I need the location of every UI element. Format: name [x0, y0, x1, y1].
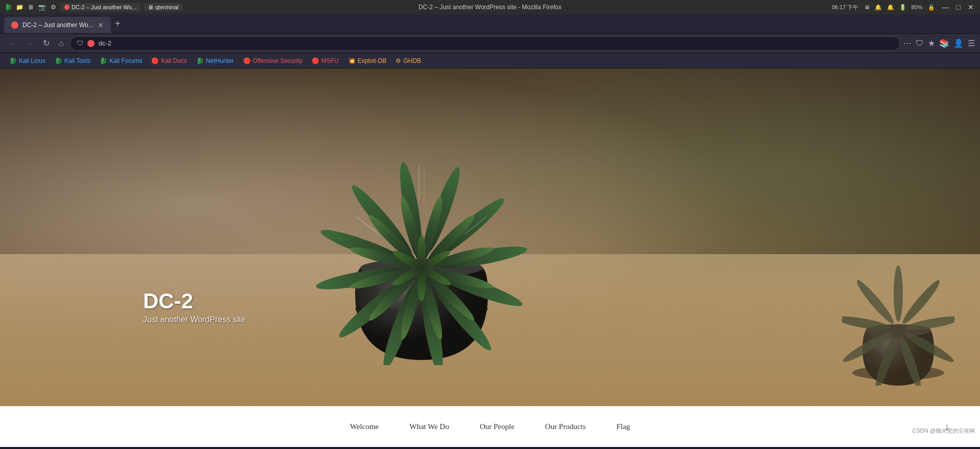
site-favicon-icon: [87, 40, 95, 47]
forward-button[interactable]: →: [22, 38, 37, 49]
active-tab[interactable]: DC-2 – Just another Wo... ✕: [4, 17, 111, 33]
ghdb-icon: ⚙: [395, 57, 401, 64]
taskbar-firefox-label: DC-2 – Just another Wo...: [72, 4, 136, 10]
nav-what-we-do[interactable]: What We Do: [409, 422, 449, 431]
kali-docs-icon: 🔴: [151, 57, 159, 64]
succulent-plant-right: [842, 222, 954, 386]
network-icon: 🖥: [864, 4, 870, 10]
taskbar-qterminal[interactable]: 🖥 qterminal: [144, 3, 182, 11]
bookmark-nethunter[interactable]: 🐉 NetHunter: [192, 56, 238, 66]
window-controls: — □ ✕: [940, 3, 976, 11]
nav-action-buttons: ⋯ 🛡 ★ 📚 👤 ☰: [903, 38, 975, 48]
succulent-plant-main: [314, 99, 529, 365]
offensive-security-icon: 🔴: [243, 57, 251, 64]
audio-icon: 🔔: [875, 4, 882, 11]
taskbar-left: 🐉 📁 🖥 📷 ⚙ DC-2 – Just another Wo... 🖥 qt…: [4, 3, 182, 11]
bookmark-shield-icon: 🛡: [916, 39, 924, 48]
star-button[interactable]: ★: [928, 38, 935, 48]
window-title: DC-2 – Just another WordPress site - Moz…: [418, 4, 562, 11]
nav-flag[interactable]: Flag: [616, 422, 630, 431]
nav-our-people[interactable]: Our People: [480, 422, 515, 431]
msfu-icon: 🔴: [312, 57, 319, 64]
bookmark-msfu[interactable]: 🔴 MSFU: [308, 56, 343, 66]
qterminal-label: qterminal: [155, 4, 178, 10]
clock-time: 06:17 下午: [832, 4, 859, 11]
reload-button[interactable]: ↻: [40, 37, 53, 49]
nethunter-icon: 🐉: [196, 57, 204, 64]
site-title-overlay: DC-2 Just another WordPress site: [143, 289, 246, 324]
os-icon-5: ⚙: [49, 3, 57, 11]
kali-linux-icon: 🐉: [9, 57, 17, 64]
bookmark-kali-docs[interactable]: 🔴 Kali Docs: [147, 56, 191, 66]
kali-forums-label: Kali Forums: [109, 57, 142, 64]
exploit-db-icon: 💥: [348, 57, 356, 64]
svg-point-40: [894, 265, 903, 322]
bookmark-kali-tools[interactable]: 🐉 Kali Tools: [51, 56, 95, 66]
url-text: dc-2: [99, 39, 111, 47]
os-icon-4: 📷: [38, 3, 46, 11]
offensive-security-label: Offensive Security: [253, 57, 302, 64]
bookmark-kali-forums[interactable]: 🐉 Kali Forums: [96, 56, 146, 66]
taskbar-right: 06:17 下午 🖥 🔔 🔔 🔋 80% 🔒 — □ ✕: [832, 3, 976, 11]
taskbar-firefox[interactable]: DC-2 – Just another Wo...: [60, 3, 141, 11]
ghdb-label: GHDB: [403, 57, 421, 64]
hero-section: DC-2 Just another WordPress site: [0, 69, 980, 406]
sync-icon: 👤: [953, 38, 964, 48]
site-subtitle: Just another WordPress site: [143, 315, 246, 324]
new-tab-button[interactable]: +: [111, 18, 125, 30]
bookmark-kali-linux[interactable]: 🐉 Kali Linux: [5, 56, 50, 66]
address-bar[interactable]: 🛡 dc-2: [70, 36, 900, 51]
bookmark-ghdb[interactable]: ⚙ GHDB: [391, 56, 425, 66]
tab-title: DC-2 – Just another Wo...: [22, 21, 94, 29]
exploit-db-label: Exploit-DB: [358, 57, 387, 64]
nethunter-label: NetHunter: [206, 57, 234, 64]
kali-tools-icon: 🐉: [55, 57, 62, 64]
hamburger-menu[interactable]: ☰: [968, 38, 975, 48]
tab-bar: DC-2 – Just another Wo... ✕ +: [0, 14, 980, 34]
maximize-button[interactable]: □: [954, 3, 963, 11]
close-button[interactable]: ✕: [966, 3, 976, 11]
security-shield-icon: 🛡: [77, 39, 83, 47]
tab-favicon-icon: [11, 21, 18, 29]
bookmark-offensive-security[interactable]: 🔴 Offensive Security: [239, 56, 307, 66]
tab-close-button[interactable]: ✕: [98, 21, 104, 29]
os-icon-3: 🖥: [27, 3, 35, 11]
back-button[interactable]: ←: [5, 38, 19, 49]
home-button[interactable]: ⌂: [56, 38, 67, 49]
battery-level: 80%: [912, 4, 923, 10]
os-icon-2: 📁: [15, 3, 24, 11]
library-icon[interactable]: 📚: [939, 38, 949, 48]
os-titlebar: 🐉 📁 🖥 📷 ⚙ DC-2 – Just another Wo... 🖥 qt…: [0, 0, 980, 14]
kali-forums-icon: 🐉: [100, 57, 107, 64]
minimize-button[interactable]: —: [940, 3, 951, 11]
nav-bar: ← → ↻ ⌂ 🛡 dc-2 ⋯ 🛡 ★ 📚 👤 ☰: [0, 34, 980, 53]
os-logo-icon: 🐉: [4, 3, 12, 11]
bell-icon: 🔔: [887, 4, 894, 11]
kali-linux-label: Kali Linux: [19, 57, 45, 64]
csdn-watermark: CSDN @烟火里的尘埃呐: [913, 427, 975, 435]
bookmarks-bar: 🐉 Kali Linux 🐉 Kali Tools 🐉 Kali Forums …: [0, 53, 980, 69]
lock-icon: 🔒: [928, 4, 935, 11]
nav-our-products[interactable]: Our Products: [545, 422, 586, 431]
qterminal-icon: 🖥: [148, 4, 153, 10]
site-navigation: Welcome What We Do Our People Our Produc…: [0, 406, 980, 447]
nav-welcome[interactable]: Welcome: [350, 422, 379, 431]
kali-docs-label: Kali Docs: [161, 57, 187, 64]
msfu-label: MSFU: [321, 57, 339, 64]
kali-tools-label: Kali Tools: [64, 57, 90, 64]
bookmark-exploit-db[interactable]: 💥 Exploit-DB: [344, 56, 391, 66]
firefox-favicon: [64, 5, 69, 10]
battery-icon: 🔋: [899, 4, 906, 11]
overflow-menu-button[interactable]: ⋯: [903, 38, 912, 48]
site-title: DC-2: [143, 289, 246, 313]
